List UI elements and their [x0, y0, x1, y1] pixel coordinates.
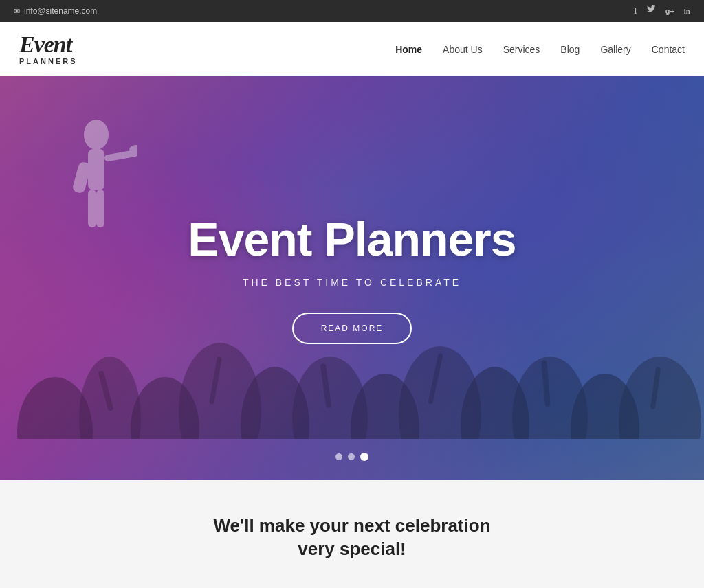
social-icons-group: f g+ in: [634, 5, 690, 16]
svg-rect-24: [96, 190, 104, 227]
logo[interactable]: Event PLANNERS: [19, 33, 78, 65]
read-more-button[interactable]: READ MORE: [292, 313, 412, 344]
nav-home[interactable]: Home: [395, 44, 422, 55]
nav-contact[interactable]: Contact: [652, 44, 685, 55]
hero-subtitle: THE BEST TIME TO CELEBRATE: [188, 277, 516, 288]
performer-svg: [55, 117, 138, 255]
nav-about-us[interactable]: About Us: [443, 44, 483, 55]
svg-rect-19: [88, 149, 104, 190]
linkedin-icon[interactable]: in: [684, 7, 690, 15]
logo-planners-text: PLANNERS: [19, 58, 78, 65]
hero-section: Event Planners THE BEST TIME TO CELEBRAT…: [0, 76, 704, 480]
logo-event-text: Event: [19, 33, 78, 56]
site-header: Event PLANNERS Home About Us Services Bl…: [0, 22, 704, 76]
nav-services[interactable]: Services: [503, 44, 540, 55]
nav-gallery[interactable]: Gallery: [600, 44, 630, 55]
nav-blog[interactable]: Blog: [560, 44, 580, 55]
email-info: ✉ info@sitename.com: [14, 6, 97, 16]
slider-dots: [336, 453, 368, 461]
svg-point-18: [84, 120, 109, 150]
email-address: info@sitename.com: [24, 6, 97, 16]
facebook-icon[interactable]: f: [634, 5, 637, 16]
feature-section: We'll make your next celebrationvery spe…: [0, 480, 704, 588]
svg-rect-23: [88, 190, 96, 227]
slider-dot-2[interactable]: [348, 453, 355, 460]
hero-title: Event Planners: [188, 212, 516, 266]
google-plus-icon[interactable]: g+: [666, 7, 674, 15]
top-bar: ✉ info@sitename.com f g+ in: [0, 0, 704, 22]
twitter-icon[interactable]: [647, 5, 656, 16]
slider-dot-3[interactable]: [360, 453, 368, 461]
main-nav: Home About Us Services Blog Gallery Cont…: [395, 44, 685, 55]
email-icon: ✉: [14, 7, 20, 16]
slider-dot-1[interactable]: [336, 453, 342, 460]
hero-content: Event Planners THE BEST TIME TO CELEBRAT…: [174, 212, 529, 344]
feature-title: We'll make your next celebrationvery spe…: [14, 514, 690, 561]
